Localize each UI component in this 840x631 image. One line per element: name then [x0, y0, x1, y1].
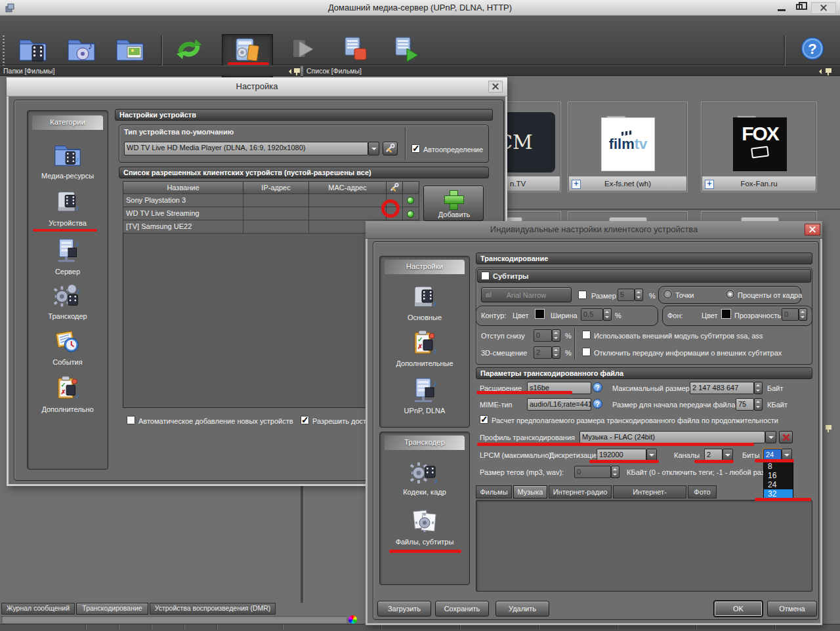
table-row-device2-ip[interactable]: [243, 207, 309, 220]
frame-percent-radio[interactable]: [726, 290, 734, 298]
sidebar-item-advanced[interactable]: ✓✗♪ Дополнительно: [27, 374, 108, 413]
collapse-left-icon[interactable]: [286, 69, 291, 74]
table-row-device2-name[interactable]: WD TV Live Streaming: [123, 207, 243, 220]
bits-option-32[interactable]: 32: [764, 489, 793, 499]
sidebar-item-codecs[interactable]: ♪ Кодеки, кадр: [379, 457, 470, 496]
load-button[interactable]: Загрузить: [377, 601, 431, 617]
size-spinner[interactable]: [635, 289, 643, 301]
column-header-status[interactable]: [402, 181, 419, 194]
sidebar-item-transcoder[interactable]: ♪ Транскодер: [27, 281, 108, 320]
size-field[interactable]: 5: [618, 289, 635, 301]
sidebar-item-devices[interactable]: ♪ Устройства: [27, 188, 108, 227]
allow-access-checkbox[interactable]: [301, 416, 309, 424]
cancel-button[interactable]: Отмена: [767, 601, 817, 617]
bits-option-16[interactable]: 16: [764, 471, 793, 480]
tab-dmr-devices[interactable]: Устройства воспроизведения (DMR): [150, 603, 276, 615]
expand-plus-icon[interactable]: [572, 180, 581, 189]
tab-internet-radio[interactable]: Интернет-радио: [549, 485, 612, 499]
pin-icon[interactable]: [826, 68, 831, 73]
default-device-combo[interactable]: WD TV Live HD Media Player (DLNA, 16:9, …: [124, 142, 368, 155]
device-settings-wrench-button[interactable]: [383, 142, 398, 155]
ssa-module-checkbox[interactable]: [582, 331, 591, 339]
bottom-offset-spinner[interactable]: [552, 329, 560, 342]
profile-combo-arrow[interactable]: [765, 431, 776, 443]
pin-icon[interactable]: [826, 425, 831, 430]
tags-spinner[interactable]: [611, 466, 620, 478]
annotation-circle-device-settings: [381, 199, 400, 218]
opacity-spinner[interactable]: [799, 308, 807, 321]
tab-transcoding[interactable]: Транскодирование: [76, 603, 148, 615]
subtitles-checkbox[interactable]: [481, 272, 490, 280]
ok-button[interactable]: OK: [714, 601, 763, 617]
profile-combo[interactable]: Музыка - FLAC (24bit): [579, 431, 765, 443]
autodetect-checkbox[interactable]: [411, 144, 420, 153]
table-row-device1-ip[interactable]: [243, 193, 309, 207]
default-device-combo-arrow[interactable]: [368, 142, 379, 155]
outline-color-swatch[interactable]: [535, 309, 545, 319]
offset-3d-spinner[interactable]: [552, 346, 560, 359]
column-header-name[interactable]: Название: [123, 181, 243, 194]
tab-photo[interactable]: Фото: [688, 485, 717, 499]
outline-width-label: Ширина: [551, 312, 578, 320]
table-row-device2-mac[interactable]: [308, 207, 387, 220]
save-button[interactable]: Сохранить: [435, 601, 489, 617]
codecs-icon: ♪: [410, 457, 440, 487]
table-row-device3-name[interactable]: [TV] Samsung UE22: [123, 220, 243, 234]
size-checkbox[interactable]: [578, 291, 587, 299]
sidebar-item-files-subtitles[interactable]: Файлы, субтитры: [379, 506, 470, 546]
sidebar-item-basic[interactable]: ♪ Основные: [379, 282, 470, 321]
start-size-field[interactable]: 75: [736, 398, 754, 411]
close-button[interactable]: [811, 2, 836, 14]
column-header-ip[interactable]: IP-адрес: [243, 181, 309, 194]
table-row-device1-mac[interactable]: [308, 193, 387, 207]
outline-width-field[interactable]: 0,5: [581, 308, 603, 321]
bottom-offset-field[interactable]: 0: [534, 329, 552, 342]
add-device-button[interactable]: Добавить: [423, 186, 484, 221]
tab-films[interactable]: Фильмы: [476, 485, 512, 499]
profile-delete-button[interactable]: [779, 431, 793, 443]
tags-field[interactable]: 0: [574, 466, 611, 478]
annotation-underline-files-subtitles: [389, 550, 461, 553]
expand-plus-icon[interactable]: [705, 180, 714, 189]
mime-help-icon[interactable]: [593, 399, 602, 409]
sidebar-item-advanced[interactable]: ✓✗♪ Дополнительные: [379, 328, 470, 367]
max-size-field[interactable]: 2 147 483 647: [690, 382, 754, 394]
outline-width-spinner[interactable]: [603, 308, 612, 321]
list-item[interactable]: FOX Fox-Fan.ru: [701, 102, 817, 192]
column-header-mac[interactable]: MAC-адрес: [308, 181, 387, 194]
settings-dialog-close-button[interactable]: [488, 81, 503, 92]
extension-help-icon[interactable]: [593, 382, 602, 392]
mime-field[interactable]: audio/L16;rate=44100: [527, 398, 591, 411]
pin-icon[interactable]: [294, 68, 300, 73]
list-item[interactable]: filmtv Ex-fs.net (wh): [568, 102, 688, 192]
minimize-button[interactable]: [773, 2, 790, 14]
sidebar-item-server[interactable]: ♪ Сервер: [27, 236, 108, 275]
svg-text:♪: ♪: [75, 240, 79, 248]
restore-button[interactable]: [791, 2, 808, 14]
column-header-settings[interactable]: [386, 181, 403, 194]
sidebar-item-upnp-dlna[interactable]: ♪ UPnP, DLNA: [379, 375, 470, 415]
sidebar-item-events[interactable]: События: [27, 327, 108, 366]
table-row-device3-ip[interactable]: [243, 220, 309, 234]
points-radio[interactable]: [663, 290, 672, 298]
table-row-device1-name[interactable]: Sony Playstation 3: [123, 193, 243, 207]
tab-message-log[interactable]: Журнал сообщений: [1, 603, 75, 615]
bits-option-8[interactable]: 8: [764, 462, 793, 471]
device-dialog-close-button[interactable]: [805, 224, 820, 235]
max-size-spinner[interactable]: [754, 382, 763, 394]
bg-color-swatch[interactable]: [721, 309, 731, 319]
collapse-left-icon[interactable]: [816, 69, 822, 74]
disable-ext-info-label: Отключить передачу информации о внешних …: [594, 349, 782, 357]
opacity-field[interactable]: 0: [782, 308, 799, 321]
tab-music[interactable]: Музыка: [513, 485, 547, 499]
sidebar-item-media-resources[interactable]: ♪ Медиа-ресурсы: [27, 140, 108, 180]
default-device-header: Тип устройства по-умолчанию: [124, 128, 234, 136]
offset-3d-field[interactable]: 2: [534, 346, 552, 359]
start-size-spinner[interactable]: [754, 398, 763, 411]
tab-internet-tv[interactable]: Интернет-телевидение: [613, 485, 686, 499]
calc-size-checkbox[interactable]: [480, 415, 488, 424]
delete-button[interactable]: Удалить: [495, 601, 549, 617]
auto-add-checkbox[interactable]: [127, 416, 135, 424]
bits-option-24[interactable]: 24: [764, 480, 793, 489]
disable-ext-info-checkbox[interactable]: [582, 348, 591, 356]
